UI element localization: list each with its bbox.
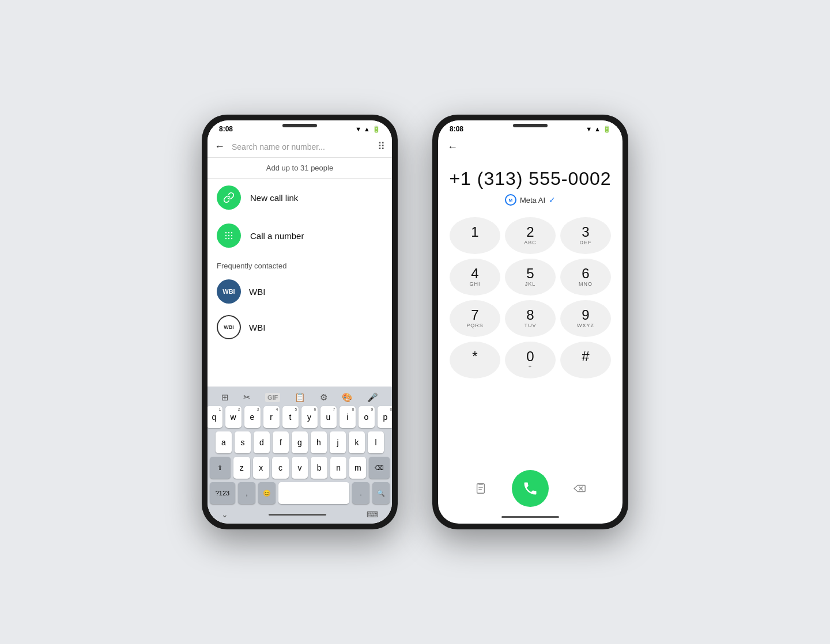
dial-star[interactable]: * <box>450 342 500 378</box>
key-symbols[interactable]: ?123 <box>210 482 235 504</box>
search-bar: ← Search name or number... ⠿ <box>207 135 392 158</box>
key-z[interactable]: z <box>233 457 250 479</box>
key-r[interactable]: r4 <box>263 406 280 428</box>
mic-icon[interactable]: 🎤 <box>367 392 378 403</box>
verified-badge-icon: ✓ <box>549 195 556 204</box>
dial-4[interactable]: 4 GHI <box>450 259 500 296</box>
key-search[interactable]: 🔍 <box>372 482 390 504</box>
spacer <box>207 345 392 387</box>
key-f[interactable]: f <box>273 431 289 453</box>
status-icons-right: ▼ ▲ 🔋 <box>586 126 611 133</box>
key-e[interactable]: e3 <box>244 406 261 428</box>
wifi-icon: ▼ <box>355 126 361 132</box>
key-o[interactable]: o9 <box>359 406 375 428</box>
dial-4-number: 4 <box>471 266 478 281</box>
contact-name-wbi-2: WBI <box>249 323 265 332</box>
left-phone: 8:08 ▼ ▲ 🔋 ← Search name or number... ⠿ … <box>202 115 398 529</box>
dial-3[interactable]: 3 DEF <box>560 217 611 254</box>
dial-1-number: 1 <box>471 225 478 240</box>
key-u[interactable]: u7 <box>320 406 337 428</box>
status-bar-right: 8:08 ▼ ▲ 🔋 <box>438 120 622 135</box>
gif-button[interactable]: GIF <box>265 393 280 402</box>
key-i[interactable]: i8 <box>339 406 356 428</box>
key-p[interactable]: p0 <box>378 406 393 428</box>
dial-6[interactable]: 6 MNO <box>560 259 611 296</box>
dialer-delete-btn[interactable] <box>549 482 611 495</box>
dialer-clipboard-btn[interactable] <box>450 482 512 495</box>
key-w[interactable]: w2 <box>225 406 242 428</box>
call-button[interactable] <box>512 470 549 507</box>
key-period[interactable]: . <box>352 482 369 504</box>
dial-4-letters: GHI <box>469 281 480 288</box>
call-number-icon-circle <box>217 223 241 248</box>
key-k[interactable]: k <box>349 431 365 453</box>
settings-icon[interactable]: ⚙ <box>320 392 327 403</box>
key-b[interactable]: b <box>311 457 327 479</box>
chevron-down-icon[interactable]: ⌄ <box>221 510 228 519</box>
back-icon[interactable]: ← <box>214 141 225 153</box>
key-t[interactable]: t5 <box>282 406 299 428</box>
keyboard-nav: ⌄ ⌨ <box>210 507 390 519</box>
key-x[interactable]: x <box>253 457 270 479</box>
right-phone: 8:08 ▼ ▲ 🔋 ← +1 (313) 555-0002 M Meta AI… <box>432 115 628 529</box>
battery-icon: 🔋 <box>372 126 380 133</box>
key-space[interactable] <box>278 482 349 504</box>
phone-number-display: +1 (313) 555-0002 <box>438 159 622 192</box>
right-screen: 8:08 ▼ ▲ 🔋 ← +1 (313) 555-0002 M Meta AI… <box>438 120 622 524</box>
key-h[interactable]: h <box>311 431 327 453</box>
keyboard-toolbar: ⊞ ✂ GIF 📋 ⚙ 🎨 🎤 <box>210 390 390 406</box>
clipboard-icon[interactable]: 📋 <box>295 392 305 403</box>
dial-0[interactable]: 0 + <box>505 342 556 378</box>
backspace-icon <box>574 482 586 495</box>
key-delete[interactable]: ⌫ <box>369 457 390 479</box>
key-j[interactable]: j <box>330 431 346 453</box>
key-q[interactable]: q1 <box>207 406 222 428</box>
emoji-keyboard-icon[interactable]: ⊞ <box>221 392 229 403</box>
dial-7-letters: PQRS <box>466 323 484 329</box>
key-m[interactable]: m <box>349 457 366 479</box>
dial-7[interactable]: 7 PQRS <box>450 300 500 337</box>
dial-3-number: 3 <box>582 225 589 240</box>
dial-8-number: 8 <box>526 308 534 323</box>
call-a-number-item[interactable]: Call a number <box>207 217 392 255</box>
meta-ai-bar[interactable]: M Meta AI ✓ <box>438 192 622 213</box>
dial-8-letters: TUV <box>525 323 537 329</box>
dial-9[interactable]: 9 WXYZ <box>560 300 611 337</box>
dial-8[interactable]: 8 TUV <box>505 300 556 337</box>
dial-hash[interactable]: # <box>560 342 611 378</box>
dial-1[interactable]: 1 <box>450 217 500 254</box>
theme-icon[interactable]: 🎨 <box>342 392 353 403</box>
contact-wbi-1[interactable]: WBI WBI <box>207 274 392 309</box>
key-c[interactable]: c <box>272 457 289 479</box>
new-call-link-icon-circle <box>217 185 241 210</box>
add-people-bar: Add up to 31 people <box>207 158 392 179</box>
keypad-toggle-icon[interactable]: ⠿ <box>378 140 385 153</box>
dial-hash-number: # <box>582 349 589 364</box>
svg-point-6 <box>225 238 227 240</box>
new-call-link-item[interactable]: New call link <box>207 179 392 217</box>
sticker-icon[interactable]: ✂ <box>243 392 251 403</box>
search-input[interactable]: Search name or number... <box>232 142 371 151</box>
key-a[interactable]: a <box>216 431 232 453</box>
key-comma[interactable]: , <box>238 482 255 504</box>
key-emoji[interactable]: 😊 <box>258 482 276 504</box>
key-l[interactable]: l <box>368 431 384 453</box>
status-bar-left: 8:08 ▼ ▲ 🔋 <box>207 120 392 135</box>
key-g[interactable]: g <box>292 431 308 453</box>
dialer-back-icon[interactable]: ← <box>447 141 458 153</box>
contact-wbi-2[interactable]: WBI WBI <box>207 309 392 345</box>
key-y[interactable]: y6 <box>301 406 318 428</box>
svg-point-5 <box>231 235 233 237</box>
key-d[interactable]: d <box>254 431 270 453</box>
dial-5[interactable]: 5 JKL <box>505 259 556 296</box>
key-n[interactable]: n <box>330 457 347 479</box>
key-shift[interactable]: ⇧ <box>210 457 231 479</box>
dial-2[interactable]: 2 ABC <box>505 217 556 254</box>
dial-9-letters: WXYZ <box>577 323 594 329</box>
svg-point-2 <box>231 232 233 234</box>
avatar-text: WBI <box>222 288 235 295</box>
key-s[interactable]: s <box>235 431 251 453</box>
key-v[interactable]: v <box>292 457 308 479</box>
home-indicator-right <box>501 516 559 518</box>
keyboard-toggle-icon[interactable]: ⌨ <box>367 510 378 519</box>
